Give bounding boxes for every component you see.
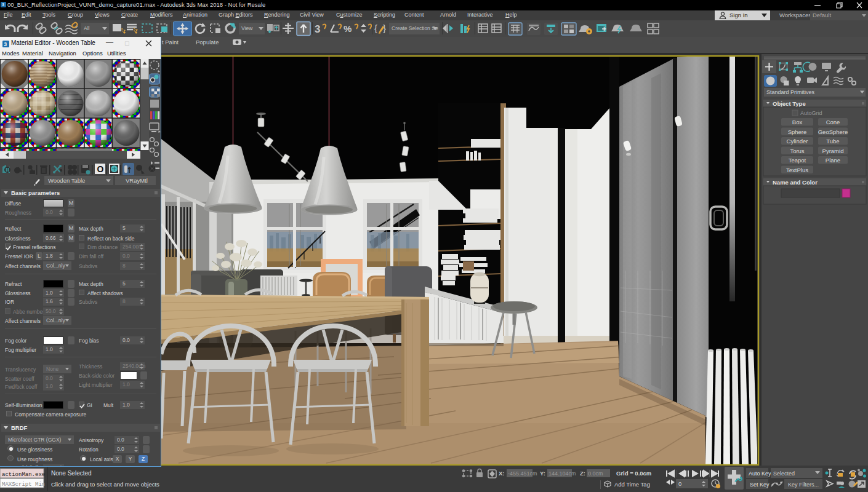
svg-text:-455.451cm: -455.451cm (508, 470, 537, 477)
svg-text:0.0cm: 0.0cm (588, 470, 603, 477)
svg-text:Pyramid: Pyramid (822, 148, 844, 154)
svg-text:Add Time Tag: Add Time Tag (614, 481, 650, 488)
svg-text:VRayMtl: VRayMtl (126, 177, 148, 184)
svg-text:3: 3 (2, 2, 4, 7)
svg-text:%: % (344, 23, 352, 34)
svg-text:Z:: Z: (580, 470, 585, 477)
svg-text:Selected: Selected (773, 470, 795, 477)
svg-text:Teapot: Teapot (789, 157, 806, 164)
svg-text:O: O (97, 164, 104, 174)
svg-text:actionMan.exe: actionMan.exe (2, 472, 45, 478)
svg-text:AutoGrid: AutoGrid (800, 110, 822, 116)
svg-text:Create Selection Se: Create Selection Se (392, 25, 438, 31)
svg-text:Object Type: Object Type (773, 100, 806, 107)
svg-text:GeoSphere: GeoSphere (818, 129, 848, 135)
svg-text:0: 0 (678, 480, 681, 487)
svg-text:Click and drag to select and m: Click and drag to select and move object… (51, 481, 159, 488)
svg-text:None Selected: None Selected (51, 470, 92, 477)
svg-text:TextPlus: TextPlus (786, 167, 808, 173)
svg-text:144.104cm: 144.104cm (549, 470, 576, 477)
svg-text:Auto Key: Auto Key (749, 470, 771, 477)
svg-text:3: 3 (4, 41, 7, 47)
svg-text:Plane: Plane (826, 157, 840, 164)
svg-text:3: 3 (315, 23, 320, 35)
svg-text:Tube: Tube (826, 138, 839, 145)
svg-text:Cone: Cone (826, 119, 840, 125)
svg-text:Name and Color: Name and Color (773, 179, 818, 186)
svg-text:MAXScript Min: MAXScript Min (2, 482, 45, 488)
svg-text:Set Key: Set Key (750, 482, 770, 488)
svg-text:Torus: Torus (790, 148, 804, 154)
svg-text:Cylinder: Cylinder (787, 138, 808, 145)
svg-text:X:: X: (499, 470, 505, 477)
svg-text:All: All (84, 25, 90, 31)
svg-text:Y:: Y: (540, 470, 545, 477)
svg-text:View: View (241, 25, 253, 31)
svg-text:Standard Primitives: Standard Primitives (766, 89, 815, 95)
svg-text:Grid = 0.0cm: Grid = 0.0cm (616, 470, 651, 477)
svg-text:{: { (374, 23, 377, 33)
svg-text:Box: Box (792, 119, 803, 125)
svg-text:Wooden Table: Wooden Table (48, 177, 85, 184)
svg-text:Sphere: Sphere (788, 129, 807, 135)
svg-text:Key Filters...: Key Filters... (788, 482, 819, 488)
